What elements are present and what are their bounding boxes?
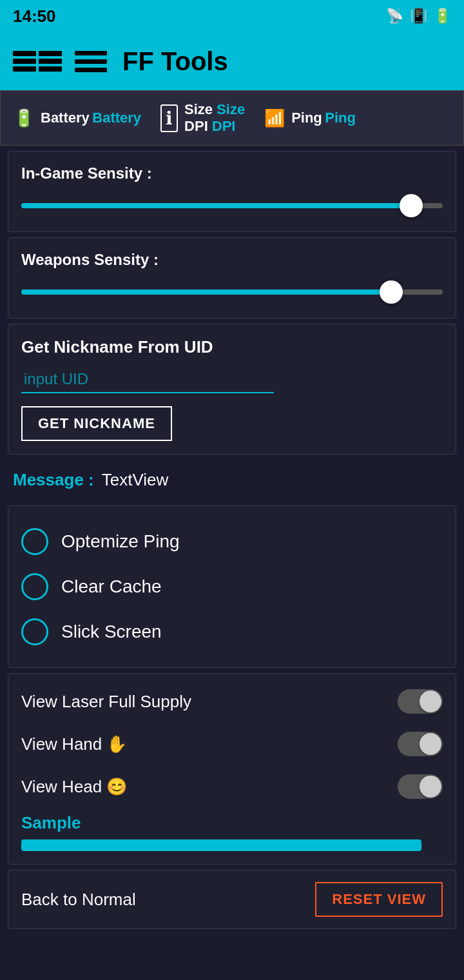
menu-icon [13,51,62,72]
message-row: Message : TextView [0,460,464,500]
ping-info: 📶 Ping Ping [264,108,356,128]
toggle-section: View Laser Full Supply View Hand ✋ View … [8,673,456,865]
slick-screen-radio[interactable] [21,618,48,645]
svg-rect-4 [93,68,107,72]
cast-icon: 📡 [386,8,403,24]
sample-label: Sample [21,813,443,833]
ping-value: Ping [325,110,356,126]
ingame-sensity-slider-container [21,193,443,219]
status-time: 14:50 [13,6,56,26]
view-head-row: View Head 😊 [21,765,443,808]
info-bar: 🔋 Battery Battery ℹ Size Size DPI DPI 📶 [0,90,464,146]
view-laser-row: View Laser Full Supply [21,680,443,723]
clear-cache-option[interactable]: Clear Cache [21,564,443,609]
app-title: FF Tools [122,47,228,76]
view-hand-label: View Hand ✋ [21,734,128,754]
view-head-label: View Head 😊 [21,777,128,797]
view-hand-row: View Hand ✋ [21,723,443,765]
battery-icon: 🔋 [434,8,451,24]
svg-rect-3 [93,51,107,55]
view-hand-toggle-knob [420,733,441,755]
battery-value: Battery [92,110,141,126]
clear-cache-radio[interactable] [21,573,48,600]
status-icons: 📡 📳 🔋 [386,8,451,24]
battery-label: Battery [41,110,90,126]
ingame-sensity-label: In-Game Sensity : [21,164,443,182]
uid-section-title: Get Nickname From UID [21,337,443,357]
size-value: Size [217,101,245,118]
view-laser-toggle[interactable] [398,689,443,714]
options-section: Optemize Ping Clear Cache Slick Screen [8,505,456,668]
vibrate-icon: 📳 [410,8,427,24]
clear-cache-label: Clear Cache [61,576,162,597]
ping-icon: 📶 [264,108,285,128]
battery-info: 🔋 Battery Battery [14,108,141,128]
message-label: Message : [13,470,94,490]
uid-input[interactable] [21,366,274,393]
main-content: 🔋 Battery Battery ℹ Size Size DPI DPI 📶 [0,90,464,980]
optimize-ping-option[interactable]: Optemize Ping [21,519,443,564]
dpi-value: DPI [212,118,236,135]
size-info: ℹ Size Size DPI DPI [160,101,245,135]
ingame-sensity-card: In-Game Sensity : [8,151,456,232]
svg-rect-1 [75,59,107,64]
message-value: TextView [102,470,169,490]
battery-info-icon: 🔋 [14,108,34,128]
hamburger-icon [75,48,107,74]
app-bar: FF Tools [0,32,464,90]
ingame-sensity-slider[interactable] [21,203,443,208]
ping-label: Ping [291,110,322,126]
weapons-sensity-label: Weapons Sensity : [21,251,443,269]
optimize-ping-radio[interactable] [21,528,48,555]
slick-screen-option[interactable]: Slick Screen [21,609,443,654]
back-normal-label: Back to Normal [21,890,136,910]
view-hand-toggle[interactable] [398,732,443,756]
slick-screen-label: Slick Screen [61,622,162,642]
weapons-sensity-slider[interactable] [21,289,443,295]
size-label: Size [184,101,213,118]
get-nickname-button[interactable]: GET NICKNAME [21,406,172,441]
reset-view-button[interactable]: RESET VIEW [315,882,443,917]
weapons-sensity-slider-container [21,279,443,305]
view-laser-label: View Laser Full Supply [21,692,191,712]
view-laser-toggle-knob [420,691,441,712]
info-icon: ℹ [160,104,178,132]
optimize-ping-label: Optemize Ping [61,531,180,552]
view-head-toggle-knob [420,776,441,798]
footer-bar: Back to Normal RESET VIEW [8,870,456,929]
uid-section: Get Nickname From UID GET NICKNAME [8,324,456,455]
weapons-sensity-card: Weapons Sensity : [8,237,456,318]
dpi-label: DPI [184,118,208,135]
view-head-toggle[interactable] [398,774,443,799]
status-bar: 14:50 📡 📳 🔋 [0,0,464,32]
sample-bar [21,839,421,851]
